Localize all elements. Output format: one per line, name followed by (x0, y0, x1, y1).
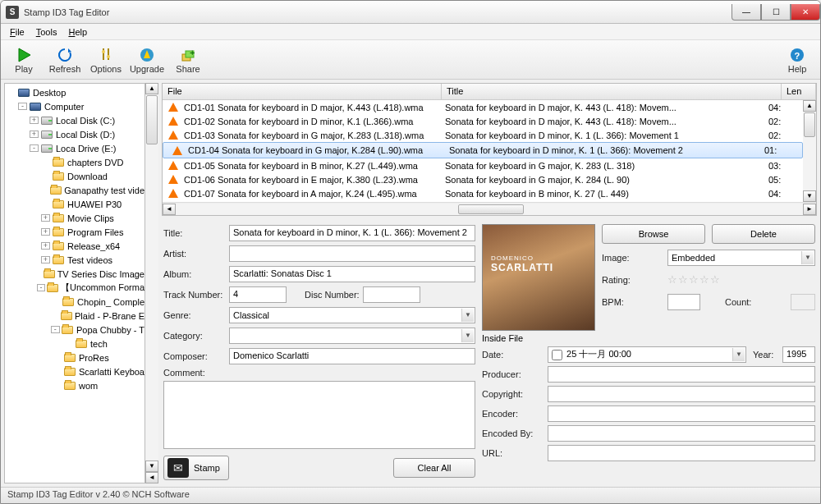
encodedby-label: Encoded By: (482, 428, 544, 438)
encodedby-input[interactable] (548, 425, 815, 442)
vlc-cone-icon (166, 161, 181, 170)
tree-item[interactable]: +Local Disk (D:) (5, 127, 144, 141)
folder-icon (63, 352, 76, 364)
options-button[interactable]: Options (88, 46, 124, 74)
file-row[interactable]: CD1-06 Sonata for keyboard in E major, K… (163, 172, 803, 186)
file-list-body[interactable]: CD1-01 Sonata for keyboard in D major, K… (163, 100, 803, 202)
svg-text:?: ? (795, 51, 800, 61)
folder-icon (62, 296, 75, 308)
col-title[interactable]: Title (442, 84, 782, 99)
image-label: Image: (602, 253, 664, 263)
tree-item[interactable]: Desktop (5, 85, 144, 99)
tree-item[interactable]: +Release_x64 (5, 239, 144, 253)
tree-item[interactable]: Plaid - P-Brane E (5, 309, 144, 323)
menu-tools[interactable]: Tools (30, 25, 63, 39)
tree-item[interactable]: -Loca Drive (E:) (5, 141, 144, 155)
bpm-input[interactable] (667, 294, 700, 310)
category-select[interactable]: ▼ (229, 328, 475, 344)
delete-button[interactable]: Delete (712, 224, 815, 244)
tree-item[interactable]: Ganapathy test vide (5, 183, 144, 197)
file-row[interactable]: CD1-07 Sonata for keyboard in A major, K… (163, 186, 803, 200)
album-art: DOMENICO SCARLATTI (482, 224, 595, 331)
tree-label: Local Disk (C:) (56, 116, 115, 126)
track-input[interactable]: 4 (229, 286, 287, 303)
date-picker[interactable]: 25 十一月 00:00▼ (548, 346, 746, 363)
artist-label: Artist: (163, 249, 226, 259)
vlc-cone-icon (166, 175, 181, 184)
svg-marker-1 (68, 48, 71, 53)
folder-icon (52, 241, 65, 252)
tree-item[interactable]: Scarlatti Keyboa (5, 364, 144, 378)
help-button[interactable]: ?Help (779, 46, 815, 74)
genre-label: Genre: (163, 310, 226, 320)
refresh-button[interactable]: Refresh (47, 46, 83, 74)
date-label: Date: (482, 350, 544, 360)
title-input[interactable]: Sonata for keyboard in D minor, K. 1 (L.… (229, 225, 475, 241)
vlc-cone-icon (166, 103, 181, 112)
genre-select[interactable]: Classical▼ (229, 307, 475, 323)
tree-item[interactable]: -【Uncommon Forma (5, 281, 144, 295)
chevron-down-icon: ▼ (732, 348, 745, 361)
artist-input[interactable] (229, 245, 475, 262)
composer-input[interactable]: Domenico Scarlatti (229, 348, 475, 364)
tree-item[interactable]: Chopin_ Comple (5, 295, 144, 309)
chevron-down-icon: ▼ (801, 251, 814, 264)
list-scrollbar[interactable]: ▲▼ (803, 100, 816, 202)
tree-item[interactable]: +Local Disk (C:) (5, 113, 144, 127)
app-window: S Stamp ID3 Tag Editor — ☐ ✕ File Tools … (0, 0, 821, 504)
comment-input[interactable] (163, 381, 475, 449)
producer-label: Producer: (482, 369, 544, 379)
category-label: Category: (163, 331, 226, 341)
tree-item[interactable]: +Movie Clips (5, 211, 144, 225)
tree-label: Release_x64 (67, 241, 120, 251)
tree-item[interactable]: +Program Files (5, 225, 144, 239)
tree-item[interactable]: +Test videos (5, 253, 144, 267)
file-row[interactable]: CD1-04 Sonata for keyboard in G major, K… (163, 142, 803, 158)
close-button[interactable]: ✕ (791, 4, 820, 21)
year-input[interactable]: 1995 (782, 346, 815, 363)
url-input[interactable] (548, 445, 815, 461)
play-button[interactable]: Play (6, 46, 42, 74)
list-hscroll[interactable]: ◄► (163, 202, 816, 215)
file-row[interactable]: CD1-03 Sonata for keyboard in G major, K… (163, 128, 803, 142)
tree-item[interactable]: Download (5, 169, 144, 183)
encoder-input[interactable] (548, 405, 815, 422)
tree-item[interactable]: TV Series Disc Image (5, 267, 144, 281)
tree-item[interactable]: -Computer (5, 99, 144, 113)
tree-item[interactable]: tech (5, 337, 144, 351)
tree-scrollbar[interactable]: ▲▼◄ (145, 83, 158, 483)
file-row[interactable]: CD1-02 Sonata for keyboard in D minor, K… (163, 114, 803, 128)
browse-button[interactable]: Browse (602, 224, 705, 244)
col-file[interactable]: File (163, 84, 442, 99)
title-label: Title: (163, 228, 226, 238)
menu-help[interactable]: Help (62, 25, 93, 39)
file-row[interactable]: CD1-05 Sonata for keyboard in B minor, K… (163, 158, 803, 172)
disc-input[interactable] (363, 286, 420, 303)
file-row[interactable]: CD1-01 Sonata for keyboard in D major, K… (163, 100, 803, 114)
toolbar: Play Refresh Options Upgrade +Share ?Hel… (1, 40, 820, 80)
tree-item[interactable]: HUAWEI P30 (5, 197, 144, 211)
menu-file[interactable]: File (4, 25, 30, 39)
tree-label: Computer (44, 102, 84, 112)
copyright-input[interactable] (548, 386, 815, 402)
rating-stars[interactable]: ☆☆☆☆☆ (667, 273, 721, 286)
tree-item[interactable]: -Popa Chubby - T (5, 323, 144, 337)
minimize-button[interactable]: — (732, 4, 761, 21)
maximize-button[interactable]: ☐ (761, 4, 791, 21)
clear-all-button[interactable]: Clear All (393, 458, 475, 478)
album-input[interactable]: Scarlatti: Sonatas Disc 1 (229, 266, 475, 282)
image-select[interactable]: Embedded▼ (667, 250, 815, 266)
share-button[interactable]: +Share (170, 46, 206, 74)
upgrade-button[interactable]: Upgrade (129, 46, 165, 74)
tree-label: Loca Drive (E:) (56, 144, 116, 153)
tree-item[interactable]: chapters DVD (5, 155, 144, 169)
producer-input[interactable] (548, 366, 815, 383)
stamp-button[interactable]: ✉Stamp (163, 456, 229, 480)
col-len[interactable]: Len (782, 84, 816, 99)
tree-item[interactable]: ProRes (5, 351, 144, 364)
tree-label: HUAWEI P30 (67, 199, 122, 209)
tree-label: Test videos (67, 255, 112, 265)
folder-tree[interactable]: Desktop-Computer+Local Disk (C:)+Local D… (4, 83, 145, 483)
url-label: URL: (482, 448, 544, 458)
tree-item[interactable]: wom (5, 378, 144, 392)
